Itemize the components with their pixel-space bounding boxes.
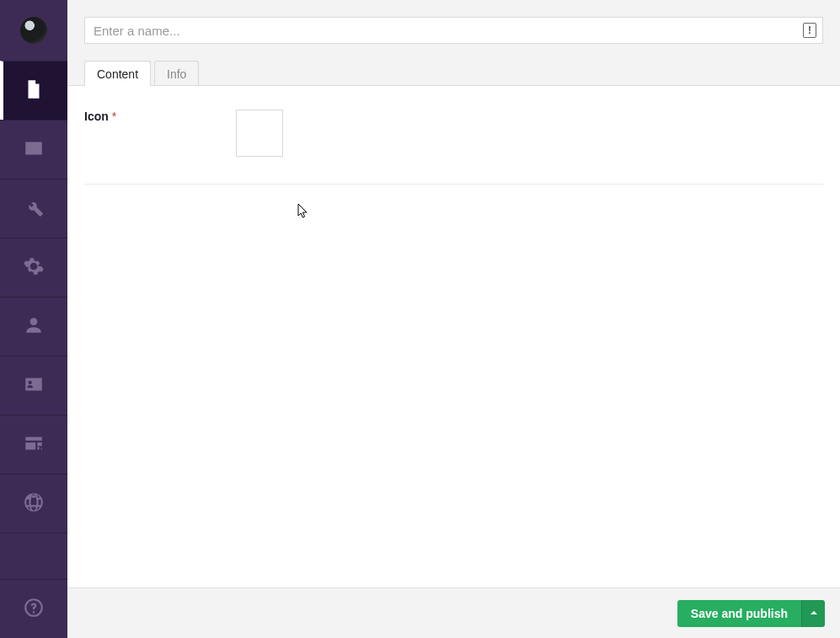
sidebar-item-members[interactable] <box>0 356 67 415</box>
sidebar-item-forms[interactable] <box>0 415 67 474</box>
media-icon <box>23 137 45 163</box>
content-panel: Icon * <box>67 85 840 587</box>
gear-icon <box>23 255 45 281</box>
field-icon-row: Icon * <box>84 110 823 185</box>
save-publish-split-button: Save and publish <box>677 600 825 627</box>
caret-up-icon <box>810 607 818 619</box>
settings-wrench-icon <box>23 196 45 222</box>
status-warning-icon[interactable]: ! <box>803 23 816 38</box>
field-icon-label: Icon * <box>84 110 236 123</box>
icon-picker[interactable] <box>236 110 283 157</box>
sidebar-spacer <box>0 533 67 579</box>
users-icon <box>23 314 45 340</box>
globe-icon <box>23 491 45 517</box>
main: ! Content Info Icon * Save and publish <box>67 0 840 638</box>
avatar[interactable] <box>0 0 67 61</box>
sidebar <box>0 0 67 638</box>
members-card-icon <box>23 373 45 399</box>
sidebar-item-wrench[interactable] <box>0 179 67 238</box>
field-icon-label-text: Icon <box>84 110 109 123</box>
sidebar-item-globe[interactable] <box>0 474 67 533</box>
help-icon <box>23 597 45 622</box>
name-input[interactable] <box>84 17 823 44</box>
cursor-pointer-icon <box>297 203 309 222</box>
avatar-image <box>20 17 47 44</box>
tabs: Content Info <box>84 57 823 85</box>
header: ! Content Info <box>67 0 840 85</box>
sidebar-item-help[interactable] <box>0 579 67 638</box>
sidebar-item-gear[interactable] <box>0 238 67 297</box>
save-publish-button[interactable]: Save and publish <box>677 600 801 627</box>
sidebar-item-users[interactable] <box>0 297 67 356</box>
forms-icon <box>23 432 45 458</box>
content-icon <box>23 78 45 104</box>
save-publish-caret[interactable] <box>801 600 825 627</box>
tab-content[interactable]: Content <box>84 61 151 86</box>
name-input-wrap: ! <box>84 17 823 44</box>
sidebar-item-media[interactable] <box>0 120 67 179</box>
sidebar-item-content[interactable] <box>0 61 67 120</box>
tab-info[interactable]: Info <box>154 61 199 86</box>
required-marker: * <box>112 110 116 123</box>
footer: Save and publish <box>67 587 840 638</box>
